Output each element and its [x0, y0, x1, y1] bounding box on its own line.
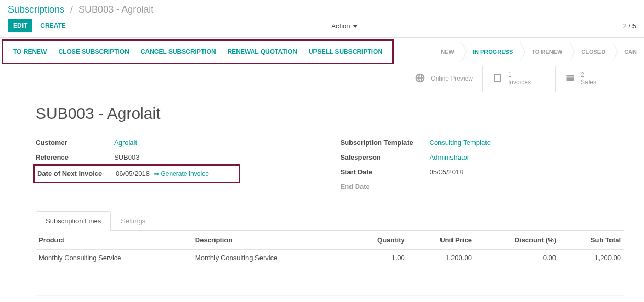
close-subscription-button[interactable]: CLOSE SUBSCRIPTION	[52, 41, 134, 63]
highlight-workflow-buttons: TO RENEW CLOSE SUBSCRIPTION CANCEL SUBSC…	[2, 39, 394, 64]
tabs: Subscription Lines Settings	[36, 211, 624, 231]
cell-product: Monthly Consulting Service	[36, 249, 192, 266]
upsell-subscription-button[interactable]: UPSELL SUBSCRIPTION	[303, 41, 388, 63]
col-quantity[interactable]: Quantity	[348, 231, 408, 250]
stat-buttons: Online Preview 1 Invoices 2 Sales	[31, 66, 628, 92]
edit-button[interactable]: EDIT	[8, 19, 32, 32]
chevron-down-icon	[353, 25, 357, 28]
invoices-label: Invoices	[508, 79, 531, 86]
breadcrumb: Subscriptions / SUB003 - Agrolait	[0, 0, 644, 17]
template-value[interactable]: Consulting Template	[430, 139, 491, 147]
template-label: Subscription Template	[341, 139, 430, 147]
col-description[interactable]: Description	[192, 231, 348, 250]
create-button[interactable]: CREATE	[40, 19, 65, 32]
generate-invoice-link[interactable]: ⇒ Generate Invoice	[154, 170, 209, 177]
to-renew-button[interactable]: TO RENEW	[7, 41, 52, 63]
header-bar: TO RENEW CLOSE SUBSCRIPTION CANCEL SUBSC…	[0, 37, 644, 66]
col-product[interactable]: Product	[36, 231, 192, 250]
subscription-lines-table: Product Description Quantity Unit Price …	[36, 231, 624, 296]
cell-subtotal: 1,200.00	[559, 249, 624, 266]
globe-icon	[415, 73, 425, 85]
highlight-next-invoice: Date of Next Invoice 06/05/2018 ⇒ Genera…	[33, 164, 240, 183]
col-discount[interactable]: Discount (%)	[475, 231, 559, 250]
credit-card-icon	[565, 73, 575, 85]
salesperson-label: Salesperson	[341, 153, 430, 161]
control-bar: EDIT CREATE Action 2 / 5	[0, 17, 644, 37]
start-date-value: 05/05/2018	[430, 168, 464, 176]
action-label: Action	[331, 22, 350, 30]
invoices-count: 1	[508, 71, 531, 79]
breadcrumb-root[interactable]: Subscriptions	[8, 4, 64, 15]
tab-settings[interactable]: Settings	[111, 211, 155, 230]
start-date-label: Start Date	[341, 168, 430, 176]
salesperson-value[interactable]: Administrator	[430, 153, 470, 161]
next-invoice-value: 06/05/2018	[116, 170, 150, 177]
customer-label: Customer	[36, 139, 114, 147]
end-date-label: End Date	[341, 183, 430, 191]
sales-label: Sales	[581, 79, 596, 86]
status-closed[interactable]: CLOSED	[570, 38, 613, 66]
table-row[interactable]: Monthly Consulting Service Monthly Consu…	[36, 249, 624, 266]
tab-subscription-lines[interactable]: Subscription Lines	[36, 211, 111, 231]
status-to-renew[interactable]: TO RENEW	[520, 38, 570, 66]
reference-value: SUB003	[114, 153, 139, 161]
record-title: SUB003 - Agrolait	[36, 105, 624, 122]
status-in-progress[interactable]: IN PROGRESS	[461, 38, 520, 66]
online-preview-label: Online Preview	[431, 75, 473, 82]
status-new[interactable]: NEW	[433, 38, 461, 66]
breadcrumb-current: SUB003 - Agrolait	[78, 4, 153, 15]
online-preview-button[interactable]: Online Preview	[405, 66, 483, 92]
renewal-quotation-button[interactable]: RENEWAL QUOTATION	[222, 41, 303, 63]
col-subtotal[interactable]: Sub Total	[559, 231, 624, 250]
statusbar: NEW IN PROGRESS TO RENEW CLOSED CAN	[433, 38, 644, 66]
cancel-subscription-button[interactable]: CANCEL SUBSCRIPTION	[135, 41, 222, 63]
invoices-button[interactable]: 1 Invoices	[482, 66, 556, 92]
sales-count: 2	[581, 71, 596, 79]
customer-value[interactable]: Agrolait	[114, 139, 137, 147]
next-invoice-label: Date of Next Invoice	[37, 170, 116, 177]
col-unit-price[interactable]: Unit Price	[408, 231, 475, 250]
book-icon	[492, 73, 503, 85]
cell-description: Monthly Consulting Service	[192, 249, 348, 266]
sales-button[interactable]: 2 Sales	[555, 66, 628, 92]
cell-unit-price: 1,200.00	[408, 249, 475, 266]
table-row-blank	[36, 281, 624, 295]
reference-label: Reference	[36, 153, 114, 161]
pager[interactable]: 2 / 5	[623, 22, 636, 30]
breadcrumb-separator: /	[70, 4, 73, 15]
table-row-blank	[36, 266, 624, 281]
cell-discount: 0.00	[475, 249, 559, 266]
cell-quantity: 1.00	[348, 249, 408, 266]
action-dropdown[interactable]: Action	[331, 22, 357, 30]
